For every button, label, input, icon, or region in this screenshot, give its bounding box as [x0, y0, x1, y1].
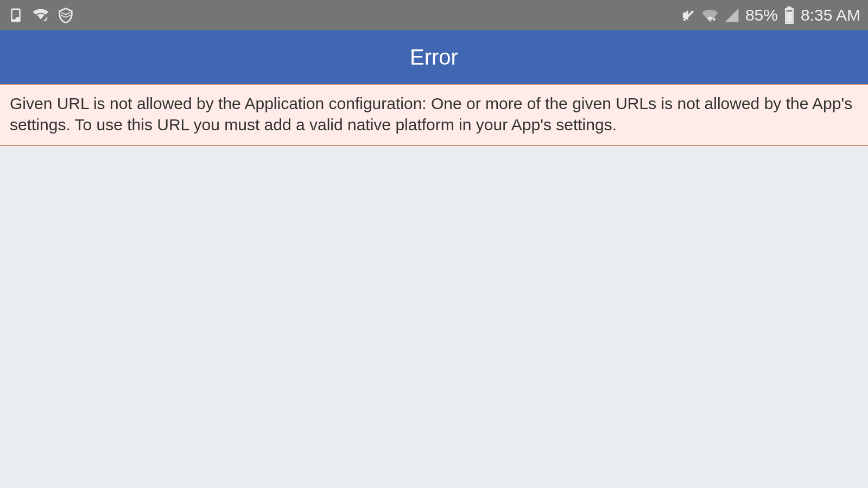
- page-title: Error: [410, 45, 458, 69]
- battery-percentage: 85%: [745, 6, 778, 24]
- status-bar-right: 85% 8:35 AM: [680, 6, 860, 24]
- error-message: Given URL is not allowed by the Applicat…: [10, 93, 858, 135]
- status-bar-left: [8, 7, 74, 23]
- title-bar: Error: [0, 30, 868, 84]
- battery-icon: [783, 7, 795, 24]
- error-banner: Given URL is not allowed by the Applicat…: [0, 84, 868, 146]
- clock-time: 8:35 AM: [801, 6, 860, 24]
- svg-rect-1: [787, 11, 793, 22]
- mute-icon: [680, 7, 696, 23]
- wifi-calling-icon: [33, 7, 49, 23]
- sim-card-icon: [8, 7, 24, 23]
- status-bar: 85% 8:35 AM: [0, 0, 868, 30]
- wifi-icon: [702, 7, 718, 23]
- svg-point-0: [15, 17, 20, 22]
- signal-icon: [724, 7, 740, 23]
- shield-icon: [58, 7, 74, 23]
